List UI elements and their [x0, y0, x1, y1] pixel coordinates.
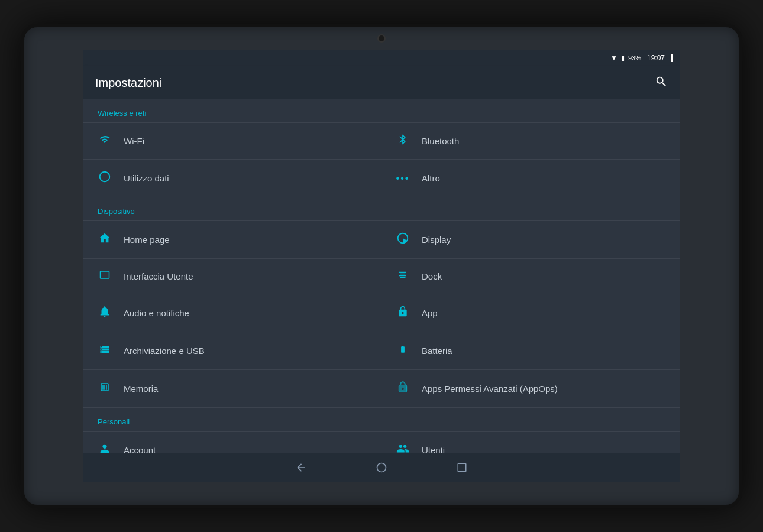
appops-icon	[396, 381, 410, 397]
svg-rect-1	[458, 463, 466, 472]
personal-grid: Account Utenti	[83, 431, 680, 453]
app-bar: Impostazioni	[83, 66, 680, 99]
section-header-personal: Personali	[83, 408, 680, 431]
storage-icon	[98, 344, 112, 358]
display-label: Display	[422, 235, 451, 245]
ui-label: Interfaccia Utente	[124, 271, 193, 281]
display-icon	[396, 232, 410, 248]
account-icon	[98, 442, 112, 453]
battery-percent: 93%	[628, 54, 641, 61]
battery-icon: ▮	[621, 54, 625, 62]
audio-label: Audio e notifiche	[124, 308, 189, 318]
settings-item-app[interactable]: App	[382, 294, 680, 332]
signal-bar	[671, 54, 673, 62]
screen: ▼ ▮ 93% 19:07 Impostazioni Wireless e re…	[83, 50, 680, 482]
page-title: Impostazioni	[95, 76, 655, 90]
settings-item-users[interactable]: Utenti	[382, 432, 680, 453]
dock-icon	[396, 270, 410, 283]
data-icon	[98, 170, 112, 186]
settings-item-data[interactable]: Utilizzo dati	[83, 160, 382, 197]
wifi-icon	[98, 134, 112, 148]
battery-icon	[396, 343, 410, 359]
audio-icon	[98, 305, 112, 321]
wireless-grid: Wi-Fi Bluetooth	[83, 122, 680, 197]
appops-label: Apps Permessi Avanzati (AppOps)	[422, 384, 558, 394]
battery-label: Batteria	[422, 346, 452, 356]
altro-icon: •••	[396, 173, 410, 184]
account-label: Account	[124, 445, 156, 453]
section-wireless: Wireless e reti Wi-Fi	[83, 99, 680, 197]
section-personal: Personali Account	[83, 408, 680, 453]
search-button[interactable]	[655, 75, 668, 91]
wifi-status-icon: ▼	[610, 54, 617, 62]
app-label: App	[422, 308, 438, 318]
altro-label: Altro	[422, 173, 440, 183]
settings-item-bluetooth[interactable]: Bluetooth	[382, 123, 680, 160]
camera	[377, 34, 386, 43]
settings-item-wifi[interactable]: Wi-Fi	[83, 123, 382, 160]
users-label: Utenti	[422, 445, 445, 453]
status-bar: ▼ ▮ 93% 19:07	[83, 50, 680, 66]
settings-item-account[interactable]: Account	[83, 432, 382, 453]
settings-item-memory[interactable]: Memoria	[83, 370, 382, 408]
svg-point-0	[377, 463, 386, 472]
tablet-frame: ▼ ▮ 93% 19:07 Impostazioni Wireless e re…	[21, 24, 742, 508]
section-header-wireless: Wireless e reti	[83, 99, 680, 122]
memory-icon	[98, 382, 112, 395]
dock-label: Dock	[422, 271, 442, 281]
settings-content: Wireless e reti Wi-Fi	[83, 99, 680, 453]
nav-home-button[interactable]	[371, 457, 392, 478]
bluetooth-label: Bluetooth	[422, 136, 459, 146]
homepage-label: Home page	[124, 235, 170, 245]
device-grid: Home page Display	[83, 220, 680, 408]
app-icon	[396, 305, 410, 321]
settings-item-appops[interactable]: Apps Permessi Avanzati (AppOps)	[382, 370, 680, 408]
data-label: Utilizzo dati	[124, 173, 169, 183]
settings-item-storage[interactable]: Archiviazione e USB	[83, 332, 382, 370]
bluetooth-icon	[396, 134, 410, 148]
nav-recents-button[interactable]	[451, 457, 473, 478]
nav-bar	[83, 453, 680, 482]
memory-label: Memoria	[124, 384, 158, 394]
section-header-device: Dispositivo	[83, 197, 680, 220]
settings-item-ui[interactable]: Interfaccia Utente	[83, 259, 382, 294]
settings-item-display[interactable]: Display	[382, 221, 680, 259]
time-display: 19:07	[647, 54, 665, 62]
settings-item-battery[interactable]: Batteria	[382, 332, 680, 370]
wifi-label: Wi-Fi	[124, 136, 144, 146]
section-device: Dispositivo Home page	[83, 197, 680, 408]
settings-item-altro[interactable]: ••• Altro	[382, 160, 680, 197]
ui-icon	[98, 270, 112, 283]
settings-item-audio[interactable]: Audio e notifiche	[83, 294, 382, 332]
settings-item-dock[interactable]: Dock	[382, 259, 680, 294]
users-icon	[396, 442, 410, 453]
nav-back-button[interactable]	[290, 457, 312, 478]
storage-label: Archiviazione e USB	[124, 346, 205, 356]
settings-item-homepage[interactable]: Home page	[83, 221, 382, 259]
home-icon	[98, 232, 112, 248]
